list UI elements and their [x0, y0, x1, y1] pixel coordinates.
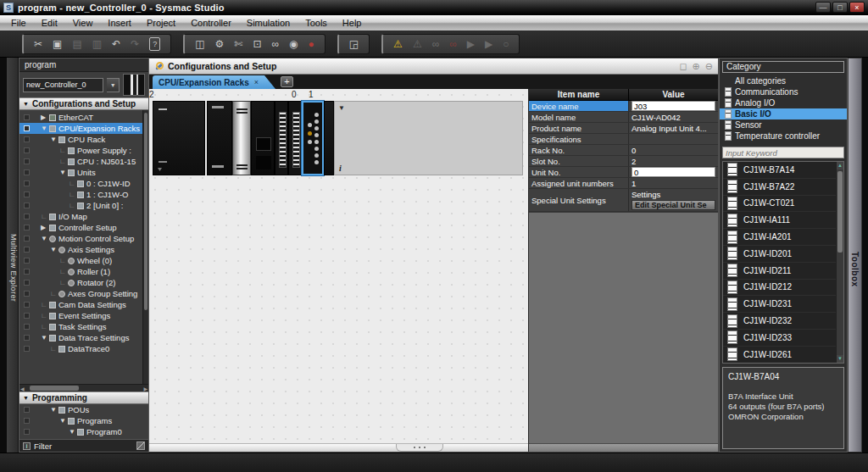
tree-expand-icon[interactable] — [41, 213, 48, 220]
tree-item[interactable]: Data Trace Settings — [19, 332, 148, 343]
property-value[interactable]: 1 — [629, 178, 718, 188]
analog-unit-slot2-selected[interactable] — [302, 101, 324, 175]
category-item[interactable]: Temperature controller — [720, 130, 847, 142]
menu-item[interactable]: Edit — [34, 15, 65, 31]
tree-expand-icon[interactable] — [50, 246, 58, 253]
configurations-section-header[interactable]: ▼ Configurations and Setup — [19, 97, 148, 110]
tree-item[interactable]: CPU Rack — [19, 134, 148, 145]
cpu-unit-ports[interactable] — [251, 101, 275, 175]
scroll-down-icon[interactable]: ▼ — [837, 355, 843, 363]
edit-special-unit-settings-button[interactable]: Edit Special Unit Se — [632, 200, 715, 210]
scroll-right-icon[interactable]: ▶ — [143, 386, 147, 391]
toolbar-icon[interactable]: ▶ — [467, 38, 475, 50]
toolbar-icon[interactable]: ∞ — [432, 38, 440, 50]
property-name[interactable]: Specifications — [529, 134, 629, 144]
tree-expand-icon[interactable] — [50, 345, 58, 353]
tree-expand-icon[interactable] — [41, 301, 48, 308]
tree-item[interactable]: Cam Data Settings — [19, 299, 148, 310]
property-row[interactable]: Model name CJ1W-AD042 — [529, 112, 718, 123]
toolbar-icon[interactable]: ● — [309, 38, 314, 50]
property-value[interactable]: 0 — [629, 145, 718, 155]
tree-expand-icon[interactable] — [50, 290, 58, 297]
toolbar-icon[interactable]: ↶ — [112, 38, 120, 50]
programming-section-header[interactable]: ▼ Programming — [19, 391, 148, 404]
property-value[interactable]: CJ1W-AD042 — [629, 112, 718, 122]
property-name[interactable]: Assigned unit numbers — [529, 178, 629, 188]
tree-item[interactable]: POUs — [19, 404, 148, 415]
view-control-icon[interactable]: ⊕ — [693, 61, 700, 72]
tree-item[interactable]: Units — [19, 167, 148, 178]
tree-expand-icon[interactable] — [50, 406, 58, 414]
multiview-explorer-tab[interactable]: Multiview Explorer — [7, 58, 19, 453]
toolbar-icon[interactable]: ◉ — [289, 38, 298, 50]
toolbar-icon[interactable]: ▥ — [92, 38, 102, 50]
menu-item[interactable]: Simulation — [239, 15, 298, 31]
property-row[interactable]: Device name J03 — [529, 101, 718, 112]
property-name[interactable]: Special Unit Settings — [529, 189, 629, 211]
property-row[interactable]: Special Unit Settings Settings Edit Spec… — [529, 189, 718, 212]
tree-expand-icon[interactable] — [69, 191, 76, 198]
tree-expand-icon[interactable] — [41, 114, 48, 121]
unit-list-item[interactable]: CJ1W-B7A14 — [723, 162, 843, 179]
property-row[interactable]: Rack No. 0 — [529, 145, 718, 156]
scroll-up-icon[interactable]: ▲ — [837, 162, 843, 169]
tree-item[interactable]: 1 : CJ1W-O — [19, 189, 148, 200]
property-row[interactable]: Slot No. 2 — [529, 156, 718, 167]
toolbar-icon[interactable]: ▣ — [53, 38, 62, 50]
menu-item[interactable]: View — [65, 15, 101, 31]
toolbar-icon[interactable]: ✂ — [34, 38, 42, 50]
property-value-text[interactable]: J03 — [632, 101, 715, 111]
end-cover[interactable] — [324, 101, 334, 175]
cpu-unit-left[interactable] — [207, 101, 232, 175]
toolbar-icon[interactable]: ⚙ — [215, 38, 225, 50]
tree-item[interactable]: Task Settings — [19, 321, 148, 332]
toolbar-icon[interactable]: ? — [149, 37, 160, 51]
property-value[interactable]: J03 — [629, 101, 718, 111]
tree-expand-icon[interactable] — [41, 312, 48, 319]
property-name[interactable]: Device name — [529, 101, 629, 111]
menu-item[interactable]: Project — [139, 15, 183, 31]
filter-edit-icon[interactable] — [136, 441, 145, 450]
tree-vertical-scrollbar[interactable] — [142, 110, 148, 384]
unit-list-item[interactable]: CJ1W-ID211 — [723, 263, 843, 280]
tree-item[interactable]: Event Settings — [19, 310, 148, 321]
category-item[interactable]: Analog I/O — [720, 97, 847, 108]
tree-expand-icon[interactable] — [59, 257, 67, 264]
rack-info-icon[interactable]: i — [339, 164, 342, 173]
property-name[interactable]: Slot No. — [529, 156, 629, 166]
tree-expand-icon[interactable] — [59, 268, 67, 275]
io-unit-slot0[interactable] — [275, 101, 288, 175]
controller-select[interactable]: new_Controller_0 — [23, 78, 103, 92]
menu-item[interactable]: Tools — [298, 15, 335, 31]
property-row[interactable]: Product name Analog Input Unit 4... — [529, 123, 718, 134]
tree-item[interactable]: CPU : NJ501-15 — [19, 156, 148, 167]
tree-item[interactable]: EtherCAT — [19, 112, 148, 123]
property-value[interactable] — [629, 134, 718, 144]
tree-expand-icon[interactable] — [41, 334, 48, 342]
tree-item[interactable]: Rotator (2) — [19, 277, 148, 288]
property-row[interactable]: Unit No. 0 — [529, 167, 718, 178]
tree-item[interactable]: Axis Settings — [19, 244, 148, 255]
filter-bar[interactable]: i Filter — [19, 439, 148, 452]
unit-list-item[interactable]: CJ1W-ID233 — [723, 330, 843, 347]
property-name[interactable]: Unit No. — [529, 167, 629, 177]
tree-expand-icon[interactable] — [59, 417, 67, 425]
io-unit-slot1[interactable] — [288, 101, 302, 175]
scrollbar-thumb[interactable] — [837, 171, 843, 253]
tree-expand-icon[interactable] — [69, 180, 76, 187]
toolbar-icon[interactable]: ⊡ — [253, 38, 261, 50]
property-value-text[interactable]: 0 — [632, 167, 715, 177]
toolbar-icon[interactable]: ↷ — [131, 38, 139, 50]
property-value[interactable]: Analog Input Unit 4... — [629, 123, 718, 133]
category-item[interactable]: Communications — [720, 86, 847, 97]
tree-expand-icon[interactable] — [69, 428, 76, 436]
unit-list-item[interactable]: CJ1W-IA111 — [723, 212, 843, 229]
tab-cpu-expansion-racks[interactable]: CPU/Expansion Racks × — [153, 75, 275, 89]
tree-item[interactable]: Axes Group Setting — [19, 288, 148, 299]
toolbar-icon[interactable]: ○ — [503, 38, 509, 50]
toolbar-icon[interactable]: ∞ — [271, 38, 279, 50]
tree-item[interactable]: Wheel (0) — [19, 255, 148, 266]
tree-item[interactable]: I/O Map — [19, 211, 148, 222]
add-tab-button[interactable]: + — [281, 76, 293, 87]
tree-expand-icon[interactable] — [59, 147, 67, 154]
